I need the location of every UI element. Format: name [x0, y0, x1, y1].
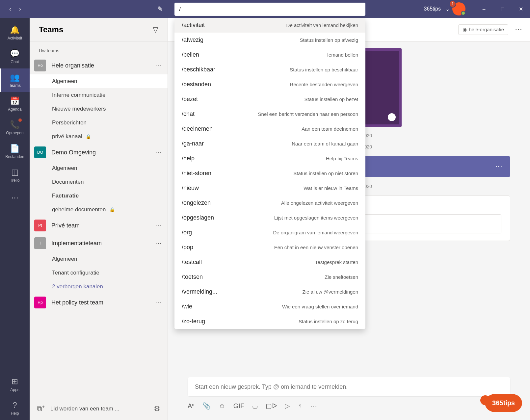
command-item[interactable]: /beschikbaarStatus instellen op beschikb…: [174, 62, 365, 77]
rail-more-icon[interactable]: ⋯: [11, 194, 18, 202]
compose-input[interactable]: [195, 383, 503, 390]
command-item[interactable]: /bezetStatus instellen op bezet: [174, 92, 365, 107]
team-more-icon[interactable]: ⋯: [155, 62, 162, 69]
app-rail: 🔔Activiteit 💬Chat 👥Teams 📅Agenda 📞Oproep…: [0, 18, 30, 420]
header-more-icon[interactable]: ⋯: [515, 25, 522, 34]
command-desc: Lijst met opgeslagen items weergeven: [274, 215, 358, 221]
rail-activity[interactable]: 🔔Activiteit: [0, 21, 30, 45]
rail-calls[interactable]: 📞Oproepen: [0, 116, 30, 140]
command-name: /toetsen: [182, 274, 203, 280]
command-desc: Zie sneltoetsen: [325, 274, 358, 280]
help-icon: ?: [13, 401, 17, 410]
command-item[interactable]: /zo-terugStatus instellen op zo terug: [174, 314, 365, 329]
rail-trello[interactable]: ◫Trello: [0, 163, 30, 187]
new-message-icon[interactable]: ✎: [157, 5, 163, 13]
team-more-icon[interactable]: ⋯: [155, 222, 162, 229]
team-name: Implementatieteam: [51, 240, 155, 247]
command-desc: Status instellen op zo terug: [299, 319, 358, 324]
command-item[interactable]: /ga-naarNaar een team of kanaal gaan: [174, 136, 365, 151]
search-input[interactable]: [179, 6, 361, 13]
gif-icon[interactable]: GIF: [233, 402, 244, 410]
channel-item[interactable]: Algemeen: [30, 161, 168, 175]
team-row[interactable]: PtPrivé team⋯: [30, 217, 168, 234]
sidebar-title: Teams: [39, 25, 153, 34]
command-desc: Wat is er nieuw in Teams: [304, 185, 358, 191]
praise-icon[interactable]: ♀: [298, 402, 303, 410]
command-item[interactable]: /bestandenRecente bestanden weergeven: [174, 77, 365, 92]
stream-icon[interactable]: ▷: [285, 402, 290, 410]
compose-more-icon[interactable]: ⋯: [310, 402, 317, 410]
rail-apps[interactable]: ⊞Apps: [0, 373, 30, 396]
command-item[interactable]: /popEen chat in een nieuw venster openen: [174, 240, 365, 255]
rail-help[interactable]: ?Help: [0, 396, 30, 420]
command-name: /nieuw: [182, 185, 199, 192]
team-more-icon[interactable]: ⋯: [155, 148, 162, 156]
command-item[interactable]: /niet-storenStatus instellen op niet sto…: [174, 166, 365, 181]
channel-item[interactable]: Algemeen: [30, 74, 168, 88]
rail-teams[interactable]: 👥Teams: [0, 68, 30, 92]
search-bar[interactable]: [174, 3, 365, 16]
command-desc: De activiteit van iemand bekijken: [286, 22, 358, 28]
join-team-label[interactable]: Lid worden van een team ...: [50, 406, 148, 412]
command-item[interactable]: /helpHelp bij Teams: [174, 151, 365, 166]
settings-gear-icon[interactable]: ⚙: [154, 405, 160, 413]
channel-item[interactable]: Nieuwe medewerkers: [30, 102, 168, 116]
channel-item[interactable]: Documenten: [30, 175, 168, 189]
team-row[interactable]: DODemo Omgeving⋯: [30, 144, 168, 161]
command-name: /activiteit: [182, 22, 205, 29]
format-icon[interactable]: Aᵅ: [188, 402, 195, 410]
command-item[interactable]: /vermelding...Zie al uw @vermeldingen: [174, 284, 365, 299]
sticker-icon[interactable]: ◡: [252, 402, 258, 410]
user-avatar[interactable]: 1: [452, 2, 465, 15]
channel-item[interactable]: Algemeen: [30, 252, 168, 266]
rail-calendar[interactable]: 📅Agenda: [0, 92, 30, 116]
command-item[interactable]: /deelnemenAan een team deelnemen: [174, 121, 365, 136]
channel-item[interactable]: 2 verborgen kanalen: [30, 280, 168, 294]
team-row[interactable]: HoHele organisatie⋯: [30, 57, 168, 74]
command-name: /beschikbaar: [182, 66, 215, 73]
org-chevron-icon[interactable]: ⌄: [445, 6, 450, 12]
emoji-icon[interactable]: ☺: [219, 402, 225, 410]
command-item[interactable]: /opgeslagenLijst met opgeslagen items we…: [174, 210, 365, 225]
window-close-icon[interactable]: ✕: [512, 0, 530, 18]
channel-item[interactable]: geheime documenten🔒: [30, 203, 168, 217]
channel-item[interactable]: Tenant configuratie: [30, 266, 168, 280]
command-name: /ga-naar: [182, 140, 204, 147]
meetnow-icon[interactable]: ▢ᐅ: [266, 402, 277, 410]
command-item[interactable]: /activiteitDe activiteit van iemand beki…: [174, 18, 365, 33]
team-row[interactable]: HpHet policy test team⋯: [30, 294, 168, 311]
team-more-icon[interactable]: ⋯: [155, 239, 162, 247]
command-item[interactable]: /orgDe organigram van iemand weergeven: [174, 225, 365, 240]
attach-icon[interactable]: 📎: [202, 402, 211, 410]
channel-item[interactable]: Persberichten: [30, 116, 168, 130]
visibility-pill[interactable]: ◉hele-organisatie: [458, 24, 508, 35]
command-item[interactable]: /wieWie een vraag stellen over iemand: [174, 299, 365, 314]
channel-item[interactable]: privé kanaal🔒: [30, 130, 168, 144]
command-item[interactable]: /toetsenZie sneltoetsen: [174, 270, 365, 284]
join-team-icon[interactable]: ⧉⁺: [37, 405, 44, 413]
window-maximize-icon[interactable]: ◻: [493, 0, 512, 18]
team-row[interactable]: IImplementatieteam⋯: [30, 234, 168, 252]
team-more-icon[interactable]: ⋯: [155, 299, 162, 306]
org-name[interactable]: 365tips: [424, 6, 441, 12]
channel-label: Algemeen: [52, 165, 77, 171]
command-item[interactable]: /afwezigStatus instellen op afwezig: [174, 33, 365, 47]
command-item[interactable]: /ongelezenAlle ongelezen activiteit weer…: [174, 196, 365, 210]
filter-icon[interactable]: ▽: [153, 25, 158, 34]
command-item[interactable]: /chatSnel een bericht verzenden naar een…: [174, 107, 365, 121]
trello-icon: ◫: [11, 168, 19, 177]
message-more-icon[interactable]: ⋯: [495, 162, 502, 171]
command-item[interactable]: /testcallTestgesprek starten: [174, 255, 365, 270]
nav-back-icon[interactable]: ‹: [9, 6, 11, 13]
command-name: /org: [182, 229, 192, 236]
rail-files[interactable]: 📄Bestanden: [0, 140, 30, 163]
nav-forward-icon[interactable]: ›: [19, 6, 21, 13]
channel-label: Documenten: [52, 179, 84, 185]
window-minimize-icon[interactable]: ‒: [475, 0, 493, 18]
channel-item[interactable]: Facturatie: [30, 189, 168, 203]
rail-chat[interactable]: 💬Chat: [0, 45, 30, 68]
command-item[interactable]: /nieuwWat is er nieuw in Teams: [174, 181, 365, 196]
channel-item[interactable]: Interne communicatie: [30, 88, 168, 102]
eye-icon: ◉: [463, 27, 467, 33]
command-item[interactable]: /bellenIemand bellen: [174, 47, 365, 62]
